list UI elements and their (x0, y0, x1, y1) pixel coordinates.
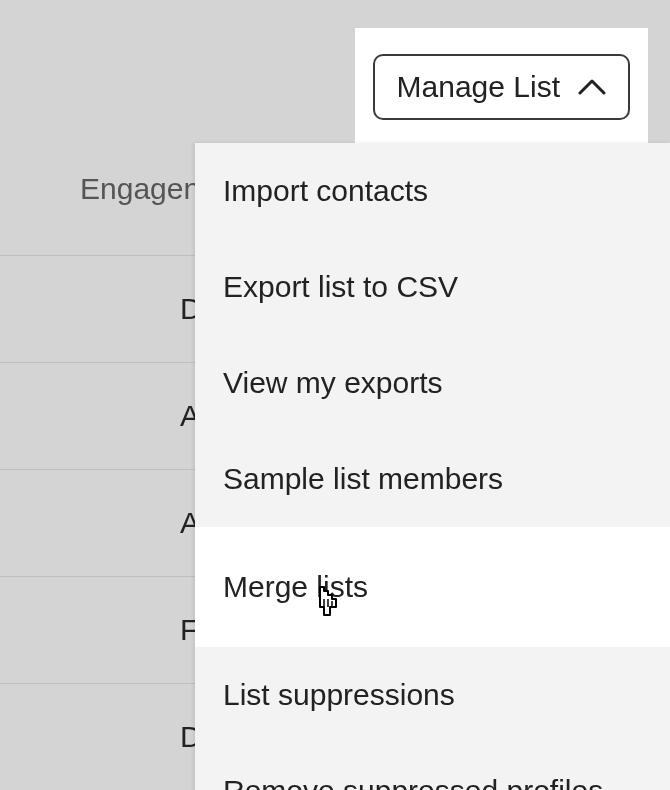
dropdown-item-list-suppressions[interactable]: List suppressions (195, 647, 670, 743)
dropdown-item-export-csv[interactable]: Export list to CSV (195, 239, 670, 335)
chevron-up-icon (578, 79, 606, 95)
manage-list-label: Manage List (397, 70, 560, 104)
manage-list-button[interactable]: Manage List (373, 54, 630, 120)
dropdown-item-merge-lists[interactable]: Merge lists (195, 527, 670, 647)
column-header-engagement: Engagen (80, 172, 200, 206)
dropdown-item-sample-members[interactable]: Sample list members (195, 431, 670, 527)
dropdown-item-remove-suppressed[interactable]: Remove suppressed profiles (195, 743, 670, 790)
dropdown-item-view-exports[interactable]: View my exports (195, 335, 670, 431)
dropdown-item-import-contacts[interactable]: Import contacts (195, 143, 670, 239)
button-wrapper: Manage List (355, 28, 648, 155)
manage-list-dropdown: Import contacts Export list to CSV View … (195, 143, 670, 790)
